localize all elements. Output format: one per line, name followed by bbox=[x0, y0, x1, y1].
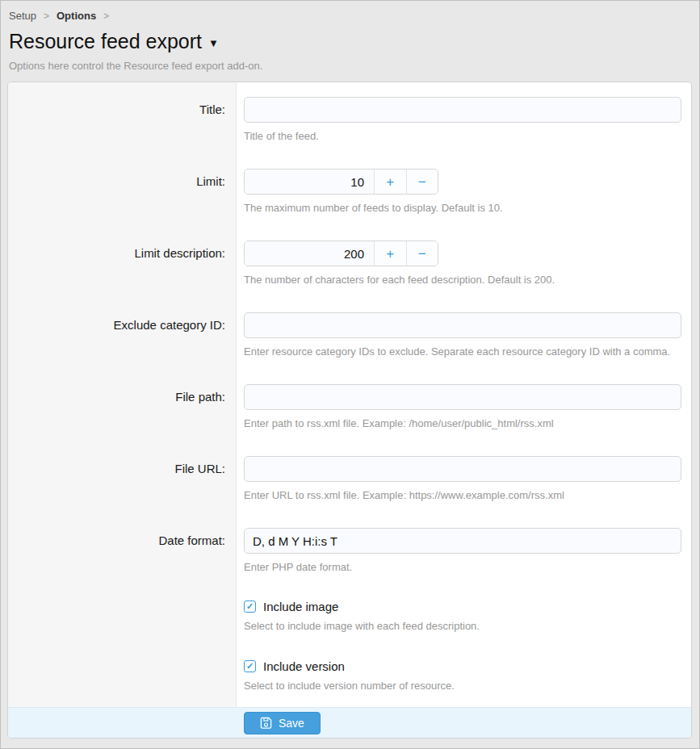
breadcrumb-options[interactable]: Options bbox=[57, 10, 96, 22]
limit-explain: The maximum number of feeds to display. … bbox=[244, 202, 681, 215]
exclude-category-id-explain: Enter resource category IDs to exclude. … bbox=[244, 345, 681, 358]
form-row-include-version: ✓ Include version Select to include vers… bbox=[8, 659, 691, 693]
options-page: Setup > Options > Resource feed export ▼… bbox=[0, 0, 700, 749]
include-version-label: Include version bbox=[263, 659, 345, 673]
title-input[interactable] bbox=[244, 97, 681, 123]
form-row-limit: Limit: + − The maximum number of feeds t… bbox=[8, 169, 691, 215]
limit-spinner: + − bbox=[244, 169, 438, 195]
limit-description-input[interactable] bbox=[245, 241, 374, 266]
exclude-category-id-label: Exclude category ID: bbox=[8, 312, 237, 358]
form-row-title: Title: Title of the feed. bbox=[8, 97, 691, 143]
include-image-label: Include image bbox=[263, 600, 338, 613]
limit-decrement-button[interactable]: − bbox=[406, 169, 438, 194]
limit-description-increment-button[interactable]: + bbox=[374, 241, 406, 266]
title-explain: Title of the feed. bbox=[244, 130, 681, 143]
chevron-down-icon[interactable]: ▼ bbox=[208, 34, 219, 49]
file-path-label: File path: bbox=[8, 384, 237, 430]
breadcrumb-separator-icon: > bbox=[44, 10, 49, 22]
save-button-label: Save bbox=[279, 717, 304, 730]
save-button[interactable]: Save bbox=[244, 712, 321, 734]
breadcrumb-setup[interactable]: Setup bbox=[9, 10, 36, 22]
page-header: Setup > Options > Resource feed export ▼… bbox=[1, 1, 699, 80]
limit-input[interactable] bbox=[245, 169, 374, 194]
limit-label: Limit: bbox=[8, 169, 237, 215]
include-image-checkbox-row[interactable]: ✓ Include image bbox=[244, 600, 681, 613]
date-format-input[interactable] bbox=[244, 528, 681, 554]
form-row-exclude-category-id: Exclude category ID: Enter resource cate… bbox=[8, 312, 691, 358]
date-format-label: Date format: bbox=[8, 528, 237, 574]
page-title-text: Resource feed export bbox=[9, 30, 202, 53]
include-image-explain: Select to include image with each feed d… bbox=[244, 620, 681, 633]
file-path-input[interactable] bbox=[244, 384, 681, 410]
form-row-file-path: File path: Enter path to rss.xml file. E… bbox=[8, 384, 691, 430]
include-version-checkbox[interactable]: ✓ bbox=[244, 660, 256, 672]
limit-description-label: Limit description: bbox=[8, 241, 237, 287]
include-version-explain: Select to include version number of reso… bbox=[244, 680, 681, 693]
breadcrumb-separator-icon: > bbox=[103, 10, 109, 22]
form-footer: Save bbox=[8, 707, 691, 738]
form-row-file-url: File URL: Enter URL to rss.xml file. Exa… bbox=[8, 456, 691, 502]
limit-description-explain: The number of characters for each feed d… bbox=[244, 274, 681, 287]
form-row-limit-description: Limit description: + − The number of cha… bbox=[8, 241, 691, 287]
limit-increment-button[interactable]: + bbox=[374, 169, 406, 194]
options-form-panel: Title: Title of the feed. Limit: + − The… bbox=[7, 82, 692, 739]
save-icon bbox=[260, 717, 272, 729]
include-version-checkbox-row[interactable]: ✓ Include version bbox=[244, 659, 681, 673]
form-row-include-image: ✓ Include image Select to include image … bbox=[8, 600, 691, 633]
date-format-explain: Enter PHP date format. bbox=[244, 561, 681, 574]
title-label: Title: bbox=[8, 97, 237, 143]
file-path-explain: Enter path to rss.xml file. Example: /ho… bbox=[244, 417, 681, 430]
form-body: Title: Title of the feed. Limit: + − The… bbox=[8, 82, 691, 709]
limit-description-spinner: + − bbox=[244, 241, 438, 266]
file-url-label: File URL: bbox=[8, 456, 237, 502]
file-url-input[interactable] bbox=[244, 456, 681, 482]
breadcrumb: Setup > Options > bbox=[9, 10, 691, 22]
file-url-explain: Enter URL to rss.xml file. Example: http… bbox=[244, 489, 681, 502]
form-row-date-format: Date format: Enter PHP date format. bbox=[8, 528, 691, 574]
limit-description-decrement-button[interactable]: − bbox=[406, 241, 438, 266]
page-title: Resource feed export ▼ bbox=[9, 30, 691, 53]
include-image-checkbox[interactable]: ✓ bbox=[244, 600, 256, 613]
exclude-category-id-input[interactable] bbox=[244, 312, 681, 338]
page-subtitle: Options here control the Resource feed e… bbox=[9, 60, 691, 80]
